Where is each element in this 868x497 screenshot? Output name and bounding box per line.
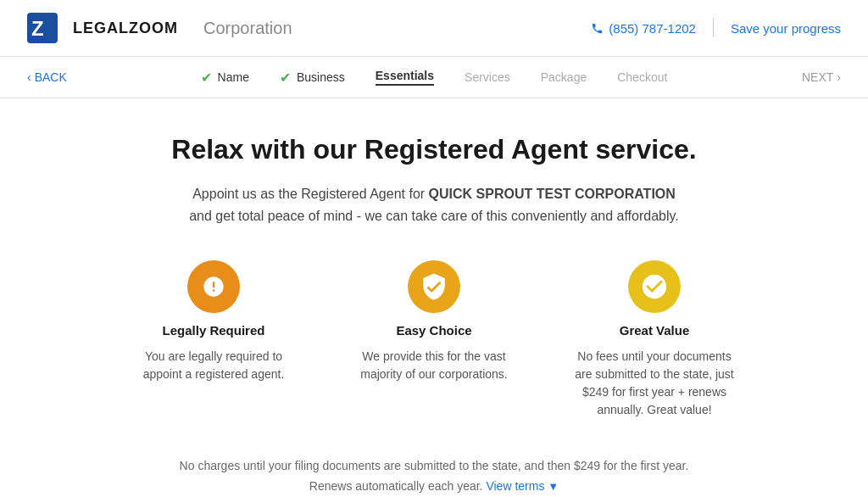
header-right: (855) 787-1202 Save your progress bbox=[591, 19, 841, 37]
step-name-check-icon: ✔ bbox=[201, 70, 212, 86]
footer-note: No charges until your filing documents a… bbox=[120, 456, 748, 497]
desc-prefix: Appoint us as the Registered Agent for bbox=[192, 187, 428, 201]
easy-choice-title: Easy Choice bbox=[396, 323, 471, 338]
stepper-nav: ‹ BACK ✔ Name ✔ Business Essentials Serv… bbox=[0, 57, 868, 98]
alert-icon bbox=[202, 275, 225, 299]
legally-required-desc: You are legally required to appoint a re… bbox=[129, 348, 298, 383]
phone-icon bbox=[591, 22, 604, 35]
step-business[interactable]: ✔ Business bbox=[280, 70, 345, 86]
next-chevron: › bbox=[837, 70, 841, 84]
next-button[interactable]: NEXT › bbox=[802, 70, 841, 84]
footer-note-line2: Renews automatically each year. bbox=[309, 479, 483, 493]
legally-required-title: Legally Required bbox=[163, 323, 265, 338]
steps-list: ✔ Name ✔ Business Essentials Services Pa… bbox=[201, 69, 668, 86]
company-name: QUICK SPROUT TEST CORPORATION bbox=[429, 187, 676, 201]
feature-legally-required: Legally Required You are legally require… bbox=[129, 260, 298, 419]
check-circle-icon bbox=[640, 272, 669, 301]
step-package[interactable]: Package bbox=[541, 70, 587, 84]
step-essentials[interactable]: Essentials bbox=[376, 69, 434, 86]
svg-text:Z: Z bbox=[31, 17, 44, 40]
back-button[interactable]: ‹ BACK bbox=[27, 70, 67, 84]
page-category-title: Corporation bbox=[203, 19, 292, 38]
logo-area: Z LEGALZOOM Corporation bbox=[27, 13, 292, 43]
desc-suffix: and get total peace of mind - we can tak… bbox=[189, 209, 679, 223]
header-divider bbox=[713, 19, 714, 37]
legalzoom-logo-icon: Z bbox=[27, 13, 58, 43]
main-description: Appoint us as the Registered Agent for Q… bbox=[180, 183, 688, 226]
main-content: Relax with our Registered Agent service.… bbox=[103, 98, 765, 497]
feature-great-value: Great Value No fees until your documents… bbox=[570, 260, 739, 419]
legally-required-icon bbox=[187, 260, 240, 313]
save-progress-link[interactable]: Save your progress bbox=[731, 21, 841, 36]
step-business-check-icon: ✔ bbox=[280, 70, 291, 86]
step-checkout[interactable]: Checkout bbox=[617, 70, 667, 84]
great-value-title: Great Value bbox=[620, 323, 690, 338]
site-header: Z LEGALZOOM Corporation (855) 787-1202 S… bbox=[0, 0, 868, 57]
easy-choice-desc: We provide this for the vast majority of… bbox=[349, 348, 519, 383]
features-section: Legally Required You are legally require… bbox=[120, 260, 748, 419]
footer-note-line1: No charges until your filing documents a… bbox=[180, 459, 689, 472]
shield-check-icon bbox=[420, 272, 448, 301]
great-value-icon bbox=[628, 260, 681, 313]
logo-text: LEGALZOOM bbox=[73, 20, 178, 37]
main-heading: Relax with our Registered Agent service. bbox=[120, 132, 748, 166]
step-name[interactable]: ✔ Name bbox=[201, 70, 249, 86]
great-value-desc: No fees until your documents are submitt… bbox=[570, 348, 739, 419]
chevron-down-icon: ▼ bbox=[548, 480, 559, 493]
phone-number: (855) 787-1202 bbox=[609, 21, 696, 36]
phone-link[interactable]: (855) 787-1202 bbox=[591, 21, 696, 36]
feature-easy-choice: Easy Choice We provide this for the vast… bbox=[349, 260, 519, 419]
back-chevron: ‹ bbox=[27, 70, 31, 84]
view-terms-link[interactable]: View terms ▼ bbox=[486, 479, 559, 493]
step-services[interactable]: Services bbox=[465, 70, 510, 84]
easy-choice-icon bbox=[408, 260, 460, 313]
